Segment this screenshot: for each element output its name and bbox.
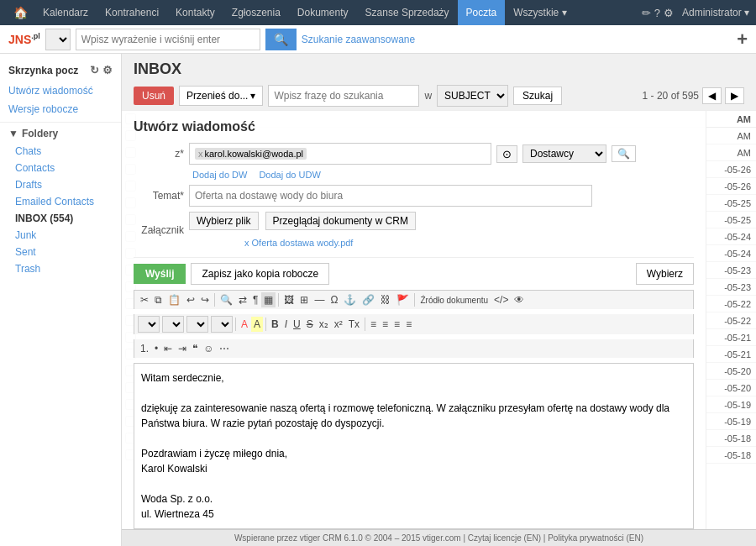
folder-emailed-contacts[interactable]: Emailed Contacts bbox=[0, 193, 121, 210]
editor-align-right[interactable]: ≡ bbox=[391, 317, 402, 332]
tag-x-icon[interactable]: x bbox=[198, 149, 203, 159]
drafts-link[interactable]: Wersje robocze bbox=[0, 100, 121, 118]
folder-trash[interactable]: Trash bbox=[0, 260, 121, 277]
nav-kalendarz[interactable]: Kalendarz bbox=[34, 0, 97, 25]
editor-bg-color[interactable]: A bbox=[251, 317, 263, 332]
settings-icon[interactable]: ⚙ bbox=[664, 7, 674, 19]
nav-wszystkie[interactable]: Wszystkie ▾ bbox=[505, 0, 575, 25]
sidebar-settings-icon[interactable]: ⚙ bbox=[102, 64, 113, 76]
editor-ol[interactable]: 1. bbox=[138, 341, 151, 356]
size-select[interactable]: Ro... bbox=[211, 316, 233, 333]
style-select[interactable]: Styl bbox=[138, 316, 160, 333]
recipient-select[interactable]: Dostawcy Kontakty bbox=[522, 144, 606, 163]
prev-page-button[interactable]: ◀ bbox=[702, 87, 722, 104]
nav-poczta[interactable]: Poczta bbox=[458, 0, 506, 25]
format-select[interactable]: Format bbox=[162, 316, 184, 333]
editor-code[interactable]: </> bbox=[491, 292, 511, 307]
sidebar-refresh-icon[interactable]: ↻ bbox=[90, 64, 99, 76]
editor-emoticon[interactable]: ☺ bbox=[201, 341, 216, 356]
browse-crm-button[interactable]: Przeglądaj dokumenty w CRM bbox=[265, 212, 416, 230]
edit-icon[interactable]: ✏ bbox=[642, 7, 651, 19]
folder-inbox[interactable]: INBOX (554) bbox=[0, 210, 121, 227]
recipient-search-icon[interactable]: ⊙ bbox=[496, 145, 517, 163]
subject-input[interactable] bbox=[195, 190, 586, 202]
editor-align-justify[interactable]: ≡ bbox=[403, 317, 414, 332]
editor-align-center[interactable]: ≡ bbox=[380, 317, 391, 332]
user-menu[interactable]: Administrator ▾ bbox=[682, 7, 749, 18]
folder-drafts[interactable]: Drafts bbox=[0, 176, 121, 193]
editor-source[interactable]: Źródło dokumentu bbox=[417, 294, 491, 307]
advanced-search-link[interactable]: Szukanie zaawansowane bbox=[302, 34, 415, 45]
editor-bold[interactable]: B bbox=[269, 317, 281, 332]
editor-strikethrough[interactable]: S bbox=[304, 317, 316, 332]
editor-redo[interactable]: ↪ bbox=[198, 292, 212, 307]
attached-file[interactable]: x Oferta dostawa wody.pdf bbox=[244, 238, 353, 248]
delete-button[interactable]: Usuń bbox=[134, 87, 174, 105]
editor-indent[interactable]: ⇥ bbox=[176, 341, 189, 356]
editor-replace[interactable]: ⇄ bbox=[236, 292, 249, 307]
save-draft-button[interactable]: Zapisz jako kopia robocze bbox=[191, 263, 329, 285]
nav-szanse[interactable]: Szanse Sprzedaży bbox=[357, 0, 458, 25]
search-input[interactable] bbox=[76, 29, 260, 50]
subject-select[interactable]: SUBJECT FROM TO bbox=[437, 85, 508, 107]
choose-button[interactable]: Wybierz bbox=[636, 263, 694, 285]
editor-special2[interactable]: Ω bbox=[328, 292, 340, 307]
editor-hr[interactable]: — bbox=[312, 292, 327, 307]
editor-flag[interactable]: 🚩 bbox=[394, 292, 412, 307]
choose-file-button[interactable]: Wybierz plik bbox=[189, 212, 259, 230]
move-button[interactable]: Przenieś do... ▾ bbox=[179, 86, 263, 106]
folders-label: Foldery bbox=[22, 128, 58, 139]
editor-copy[interactable]: ⧉ bbox=[152, 292, 165, 307]
search-button[interactable]: 🔍 bbox=[265, 29, 297, 50]
folder-chats[interactable]: Chats bbox=[0, 143, 121, 160]
editor-page-break[interactable]: ⋯ bbox=[217, 341, 232, 356]
editor-unlink[interactable]: ⛓ bbox=[378, 292, 393, 307]
date-item: AM bbox=[706, 128, 756, 144]
add-dw-link[interactable]: Dodaj do DW bbox=[192, 170, 247, 180]
editor-align-left[interactable]: ≡ bbox=[368, 317, 379, 332]
editor-italic[interactable]: I bbox=[282, 317, 290, 332]
editor-underline[interactable]: U bbox=[291, 317, 303, 332]
editor-ul[interactable]: • bbox=[152, 341, 160, 356]
chevron-down-icon: ▾ bbox=[250, 90, 255, 102]
editor-font-color[interactable]: A bbox=[239, 317, 250, 332]
editor-link[interactable]: 🔗 bbox=[360, 292, 377, 307]
editor-table[interactable]: ⊞ bbox=[297, 292, 311, 307]
folder-contacts[interactable]: Contacts bbox=[0, 160, 121, 176]
editor-block[interactable]: ▦ bbox=[261, 292, 276, 307]
add-button[interactable]: + bbox=[737, 29, 748, 50]
nav-kontakty[interactable]: Kontakty bbox=[167, 0, 223, 25]
folder-junk[interactable]: Junk bbox=[0, 227, 121, 244]
next-page-button[interactable]: ▶ bbox=[725, 87, 744, 104]
editor-blockquote[interactable]: ❝ bbox=[190, 341, 200, 356]
editor-paste[interactable]: 📋 bbox=[165, 292, 183, 307]
font-select[interactable]: Czcionka bbox=[186, 316, 208, 333]
editor-cut[interactable]: ✂ bbox=[138, 292, 151, 307]
editor-undo[interactable]: ↩ bbox=[184, 292, 197, 307]
editor-outdent[interactable]: ⇤ bbox=[161, 341, 175, 356]
send-button[interactable]: Wyślij bbox=[134, 264, 186, 284]
editor-preview[interactable]: 👁 bbox=[512, 292, 527, 307]
editor-subscript[interactable]: x₂ bbox=[317, 317, 331, 332]
folder-sent[interactable]: Sent bbox=[0, 244, 121, 260]
nav-kontrahenci[interactable]: Kontrahenci bbox=[97, 0, 167, 25]
editor-superscript[interactable]: x² bbox=[332, 317, 345, 332]
editor-special[interactable]: ¶ bbox=[250, 292, 260, 307]
editor-find[interactable]: 🔍 bbox=[218, 292, 235, 307]
from-tag[interactable]: x karol.kowalski@woda.pl bbox=[195, 148, 307, 160]
editor-body[interactable]: Witam serdecznie, dziękuję za zaintereso… bbox=[134, 363, 694, 529]
nav-dokumenty[interactable]: Dokumenty bbox=[289, 0, 357, 25]
search-type-select[interactable]: Wszystkie wpisy bbox=[45, 29, 71, 50]
home-icon[interactable]: 🏠 bbox=[7, 6, 34, 19]
editor-clear[interactable]: Tx bbox=[346, 317, 362, 332]
editor-image[interactable]: 🖼 bbox=[281, 292, 297, 307]
create-message-link[interactable]: Utwórz wiadomość bbox=[0, 81, 121, 100]
search-phrase-button[interactable]: Szukaj bbox=[513, 87, 562, 105]
editor-anchor[interactable]: ⚓ bbox=[341, 292, 359, 307]
nav-zgloszenia[interactable]: Zgłoszenia bbox=[223, 0, 289, 25]
phrase-search-input[interactable] bbox=[268, 85, 419, 107]
help-icon[interactable]: ? bbox=[654, 7, 660, 19]
add-udw-link[interactable]: Dodaj do UDW bbox=[259, 170, 320, 180]
recipient-search-button[interactable]: 🔍 bbox=[612, 145, 636, 162]
date-item: -05-25 bbox=[706, 195, 756, 212]
